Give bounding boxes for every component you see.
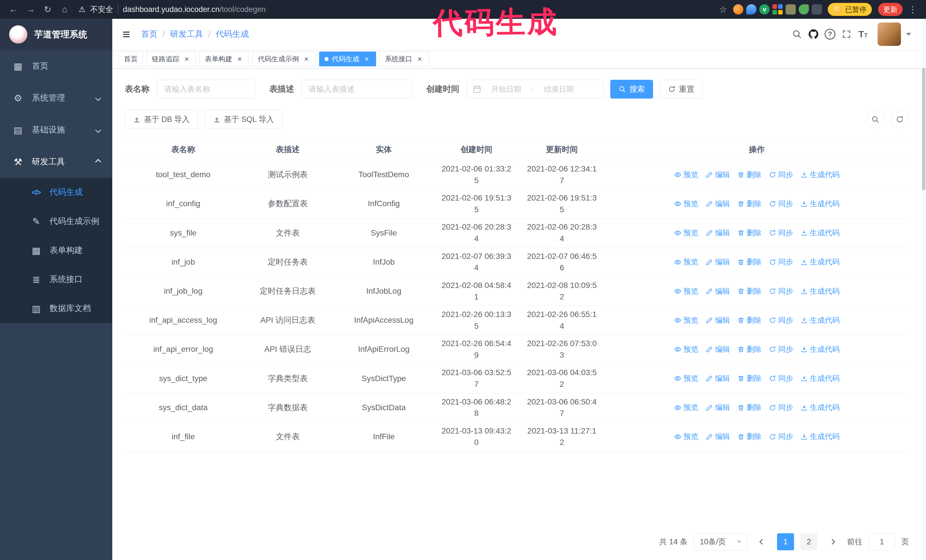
preview-link[interactable]: 预览 [674, 228, 698, 238]
tab-system-api[interactable]: 系统接口 × [380, 51, 429, 66]
app-logo[interactable]: 芋道管理系统 [0, 19, 112, 50]
sidebar-item-infrastructure[interactable]: ▤ 基础设施 [0, 114, 112, 146]
tab-tracing[interactable]: 链路追踪 × [147, 51, 196, 66]
forward-icon[interactable]: → [23, 2, 38, 17]
sidebar-item-codegen-example[interactable]: ✎ 代码生成示例 [0, 207, 112, 236]
extension-puzzle-icon[interactable] [812, 4, 822, 15]
close-icon[interactable]: × [363, 55, 371, 63]
close-icon[interactable]: × [416, 55, 424, 63]
reset-button[interactable]: 重置 [660, 80, 703, 98]
create-time-range-picker[interactable]: - [467, 80, 604, 98]
extension-icon[interactable] [772, 4, 783, 15]
scrollbar-thumb[interactable] [922, 68, 925, 190]
import-db-button[interactable]: 基于 DB 导入 [125, 110, 198, 129]
delete-link[interactable]: 删除 [737, 373, 762, 384]
sync-link[interactable]: 同步 [769, 344, 793, 355]
goto-page-input[interactable] [869, 533, 895, 550]
delete-link[interactable]: 删除 [737, 286, 762, 297]
delete-link[interactable]: 删除 [737, 344, 762, 355]
page-button-2[interactable]: 2 [800, 533, 817, 550]
generate-code-link[interactable]: 生成代码 [800, 402, 840, 413]
generate-code-link[interactable]: 生成代码 [800, 315, 840, 326]
profile-paused-badge[interactable]: 已暂停 [828, 3, 872, 16]
close-icon[interactable]: × [302, 55, 310, 63]
github-icon[interactable] [805, 26, 822, 42]
extension-icon[interactable]: v [759, 4, 770, 15]
next-page-button[interactable] [824, 533, 841, 550]
generate-code-link[interactable]: 生成代码 [800, 169, 840, 180]
preview-link[interactable]: 预览 [674, 402, 698, 413]
search-button[interactable]: 搜索 [610, 80, 653, 98]
sync-link[interactable]: 同步 [769, 257, 793, 267]
sync-link[interactable]: 同步 [769, 286, 793, 297]
edit-link[interactable]: 编辑 [706, 373, 730, 384]
avatar-caret-down-icon[interactable] [906, 33, 911, 36]
delete-link[interactable]: 删除 [737, 228, 762, 238]
sync-link[interactable]: 同步 [769, 199, 793, 209]
end-date-input[interactable] [537, 85, 581, 94]
close-icon[interactable]: × [236, 55, 244, 63]
preview-link[interactable]: 预览 [674, 169, 698, 180]
fullscreen-icon[interactable] [838, 26, 855, 42]
edit-link[interactable]: 编辑 [706, 169, 730, 180]
delete-link[interactable]: 删除 [737, 402, 762, 413]
sidebar-item-home[interactable]: ▦ 首页 [0, 50, 112, 82]
breadcrumb-section[interactable]: 研发工具 [170, 29, 203, 40]
extension-icon[interactable] [785, 4, 796, 15]
sidebar-toggle-icon[interactable]: ≡ [123, 28, 130, 41]
home-icon[interactable]: ⌂ [57, 2, 72, 17]
reload-icon[interactable]: ↻ [41, 2, 55, 17]
sync-link[interactable]: 同步 [769, 169, 793, 180]
tab-form-builder[interactable]: 表单构建 × [200, 51, 249, 66]
sidebar-item-system-api[interactable]: ≣ 系统接口 [0, 265, 112, 294]
sidebar-item-form-builder[interactable]: ▦ 表单构建 [0, 236, 112, 265]
address-bar[interactable]: ⚠ 不安全 dashboard.yudao.iocoder.cn/tool/co… [79, 4, 709, 15]
close-icon[interactable]: × [183, 55, 191, 63]
preview-link[interactable]: 预览 [674, 431, 698, 442]
table-desc-input[interactable] [301, 80, 412, 98]
breadcrumb-home[interactable]: 首页 [141, 29, 157, 40]
edit-link[interactable]: 编辑 [706, 286, 730, 297]
generate-code-link[interactable]: 生成代码 [800, 344, 840, 355]
header-search-icon[interactable] [789, 26, 805, 42]
delete-link[interactable]: 删除 [737, 315, 762, 326]
delete-link[interactable]: 删除 [737, 431, 762, 442]
generate-code-link[interactable]: 生成代码 [800, 286, 840, 297]
sidebar-item-codegen[interactable]: </> 代码生成 [0, 178, 112, 207]
tab-codegen-example[interactable]: 代码生成示例 × [253, 51, 316, 66]
delete-link[interactable]: 删除 [737, 199, 762, 209]
edit-link[interactable]: 编辑 [706, 257, 730, 267]
extension-icon[interactable] [746, 4, 757, 15]
sync-link[interactable]: 同步 [769, 373, 793, 384]
page-size-select[interactable]: 10条/页 [694, 533, 747, 550]
edit-link[interactable]: 编辑 [706, 431, 730, 442]
tab-codegen[interactable]: 代码生成 × [319, 51, 376, 66]
page-button-1[interactable]: 1 [777, 533, 794, 550]
generate-code-link[interactable]: 生成代码 [800, 373, 840, 384]
delete-link[interactable]: 删除 [737, 257, 762, 267]
update-browser-button[interactable]: 更新 [878, 3, 903, 16]
prev-page-button[interactable] [754, 533, 771, 550]
edit-link[interactable]: 编辑 [706, 344, 730, 355]
back-icon[interactable]: ← [6, 2, 21, 17]
sync-link[interactable]: 同步 [769, 315, 793, 326]
font-size-icon[interactable]: TT [855, 26, 871, 42]
preview-link[interactable]: 预览 [674, 344, 698, 355]
edit-link[interactable]: 编辑 [706, 199, 730, 209]
delete-link[interactable]: 删除 [737, 169, 762, 180]
preview-link[interactable]: 预览 [674, 373, 698, 384]
import-sql-button[interactable]: 基于 SQL 导入 [205, 110, 282, 129]
edit-link[interactable]: 编辑 [706, 315, 730, 326]
preview-link[interactable]: 预览 [674, 199, 698, 209]
sidebar-item-system-management[interactable]: ⚙ 系统管理 [0, 82, 112, 114]
sync-link[interactable]: 同步 [769, 228, 793, 238]
generate-code-link[interactable]: 生成代码 [800, 431, 840, 442]
kebab-menu-icon[interactable]: ⋮ [905, 2, 920, 17]
preview-link[interactable]: 预览 [674, 286, 698, 297]
tab-home[interactable]: 首页 [118, 51, 143, 66]
generate-code-link[interactable]: 生成代码 [800, 257, 840, 267]
start-date-input[interactable] [485, 85, 528, 94]
extension-icon[interactable] [733, 4, 743, 15]
show-search-button[interactable] [866, 110, 884, 128]
refresh-list-button[interactable] [891, 110, 909, 128]
